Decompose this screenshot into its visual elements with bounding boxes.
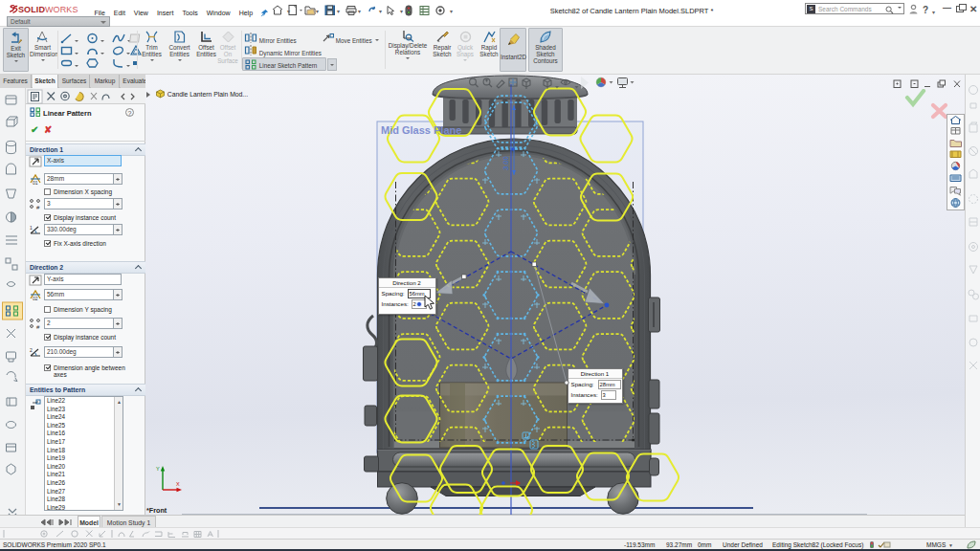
svg-text:#: # <box>36 324 40 330</box>
svg-text:2: 2 <box>30 347 33 353</box>
svg-text:#: # <box>36 205 40 210</box>
svg-text:X: X <box>176 481 180 487</box>
svg-text:Y: Y <box>156 466 160 472</box>
svg-text:02: 02 <box>33 296 38 301</box>
svg-text:01: 01 <box>33 180 38 186</box>
svg-text:3.00: 3.00 <box>501 156 510 170</box>
svg-text:*Front: *Front <box>146 506 167 515</box>
svg-text:Mid Glass Plane: Mid Glass Plane <box>381 124 461 136</box>
svg-text:1: 1 <box>30 225 33 231</box>
